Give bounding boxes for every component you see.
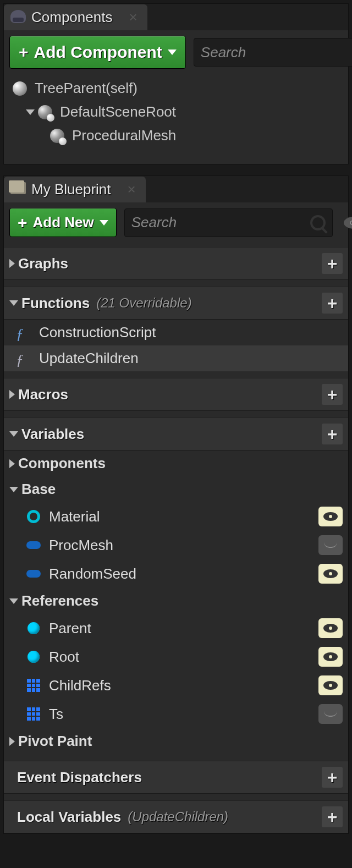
add-new-button[interactable]: + Add New <box>9 208 117 237</box>
components-toolbar: + Add Component <box>9 36 343 69</box>
expander-icon[interactable] <box>26 109 35 115</box>
vargroup-references[interactable]: References <box>4 588 348 614</box>
macros-label: Macros <box>18 386 68 403</box>
vargroup-components[interactable]: Components <box>4 451 348 476</box>
local-variables-label: Local Variables <box>17 809 121 826</box>
var-item-label: Root <box>49 649 314 666</box>
search-icon <box>310 215 326 230</box>
visibility-toggle[interactable] <box>318 675 343 695</box>
graphs-label: Graphs <box>18 255 68 272</box>
function-constructionscript[interactable]: ƒ ConstructionScript <box>4 320 348 345</box>
category-graphs[interactable]: Graphs + <box>4 247 348 280</box>
category-variables[interactable]: Variables + <box>4 417 348 451</box>
expander-icon[interactable] <box>9 390 15 399</box>
functions-label: Functions <box>21 295 90 312</box>
blueprint-tab-bar: My Blueprint × <box>4 176 348 202</box>
scene-component-icon <box>38 105 52 119</box>
expander-icon[interactable] <box>9 598 18 604</box>
book-icon <box>10 182 26 197</box>
add-local-variable-button[interactable]: + <box>322 806 343 827</box>
chevron-down-icon <box>168 50 177 55</box>
category-macros[interactable]: Macros + <box>4 378 348 411</box>
tree-root-label: TreeParent(self) <box>35 80 138 97</box>
scene-component-icon <box>50 129 64 143</box>
tree-scene-root[interactable]: DefaultSceneRoot <box>10 100 342 124</box>
visibility-toggle[interactable] <box>318 618 343 638</box>
vargroup-references-label: References <box>21 592 98 609</box>
helmet-icon <box>10 10 26 25</box>
visibility-toggle[interactable] <box>318 507 343 526</box>
var-randomseed[interactable]: RandomSeed <box>4 559 348 588</box>
vargroup-pivot-label: Pivot Paint <box>18 733 92 750</box>
eye-icon <box>344 217 352 229</box>
functions-sub: (21 Overridable) <box>96 295 191 311</box>
function-item-label: UpdateChildren <box>39 350 343 367</box>
components-search[interactable] <box>194 38 352 67</box>
var-item-label: Material <box>49 508 314 525</box>
close-icon[interactable]: × <box>128 181 136 198</box>
close-icon[interactable]: × <box>129 9 137 26</box>
expander-icon[interactable] <box>9 300 18 306</box>
var-type-icon <box>26 620 41 636</box>
components-search-input[interactable] <box>201 44 352 61</box>
function-icon: ƒ <box>16 351 31 366</box>
var-procmesh[interactable]: ProcMesh <box>4 531 348 559</box>
chevron-down-icon <box>100 220 108 226</box>
visibility-toggle[interactable] <box>318 535 343 555</box>
add-component-button[interactable]: + Add Component <box>9 36 186 69</box>
function-updatechildren[interactable]: ƒ UpdateChildren <box>4 345 348 371</box>
var-ts[interactable]: Ts <box>4 700 348 728</box>
blueprint-tab[interactable]: My Blueprint × <box>4 177 146 202</box>
blueprint-toolbar: + Add New <box>9 208 343 237</box>
add-graph-button[interactable]: + <box>322 253 343 274</box>
blueprint-search-input[interactable] <box>131 214 310 231</box>
category-local-variables[interactable]: Local Variables (UpdateChildren) + <box>4 800 348 833</box>
var-item-label: ChildRefs <box>49 677 314 694</box>
visibility-toggle[interactable] <box>318 647 343 667</box>
blueprint-tab-label: My Blueprint <box>31 181 111 198</box>
components-tab-label: Components <box>31 9 112 26</box>
vargroup-base-label: Base <box>21 481 56 498</box>
var-material[interactable]: Material <box>4 502 348 531</box>
add-function-button[interactable]: + <box>322 293 343 314</box>
scene-root-label: DefaultSceneRoot <box>60 103 176 120</box>
add-variable-button[interactable]: + <box>322 424 343 444</box>
expander-icon[interactable] <box>9 259 15 268</box>
vargroup-base[interactable]: Base <box>4 476 348 502</box>
var-type-icon <box>26 537 41 553</box>
expander-icon[interactable] <box>9 487 18 492</box>
plus-icon: + <box>19 44 29 61</box>
add-macro-button[interactable]: + <box>322 384 343 405</box>
local-variables-sub: (UpdateChildren) <box>128 809 228 825</box>
var-childrefs[interactable]: ChildRefs <box>4 671 348 700</box>
var-type-icon <box>26 509 41 524</box>
variables-label: Variables <box>21 426 84 443</box>
visibility-toggle[interactable] <box>318 704 343 724</box>
add-component-label: Add Component <box>34 43 162 62</box>
add-event-dispatcher-button[interactable]: + <box>322 767 343 788</box>
components-tree: TreeParent(self) DefaultSceneRoot Proced… <box>9 73 343 158</box>
tree-root-self[interactable]: TreeParent(self) <box>10 76 342 100</box>
var-type-icon <box>26 678 41 693</box>
blueprint-search[interactable] <box>124 208 333 237</box>
var-item-label: RandomSeed <box>49 565 314 583</box>
components-tab-bar: Components × <box>4 4 348 30</box>
var-root[interactable]: Root <box>4 642 348 671</box>
plus-icon: + <box>18 215 28 231</box>
components-tab[interactable]: Components × <box>4 4 147 30</box>
category-event-dispatchers[interactable]: Event Dispatchers + <box>4 761 348 794</box>
expander-icon[interactable] <box>9 459 15 468</box>
expander-icon[interactable] <box>9 431 18 437</box>
tree-procmesh[interactable]: ProceduralMesh <box>10 124 342 147</box>
var-item-label: Ts <box>49 706 314 723</box>
vargroup-pivotpaint[interactable]: Pivot Paint <box>4 728 348 754</box>
visibility-toggle[interactable] <box>318 564 343 584</box>
category-functions[interactable]: Functions (21 Overridable) + <box>4 287 348 320</box>
var-parent[interactable]: Parent <box>4 614 348 642</box>
function-icon: ƒ <box>16 325 31 340</box>
view-options-dropdown[interactable] <box>340 217 352 229</box>
var-type-icon <box>26 566 41 581</box>
function-item-label: ConstructionScript <box>39 324 343 341</box>
expander-icon[interactable] <box>9 737 15 746</box>
procmesh-label: ProceduralMesh <box>72 127 176 144</box>
